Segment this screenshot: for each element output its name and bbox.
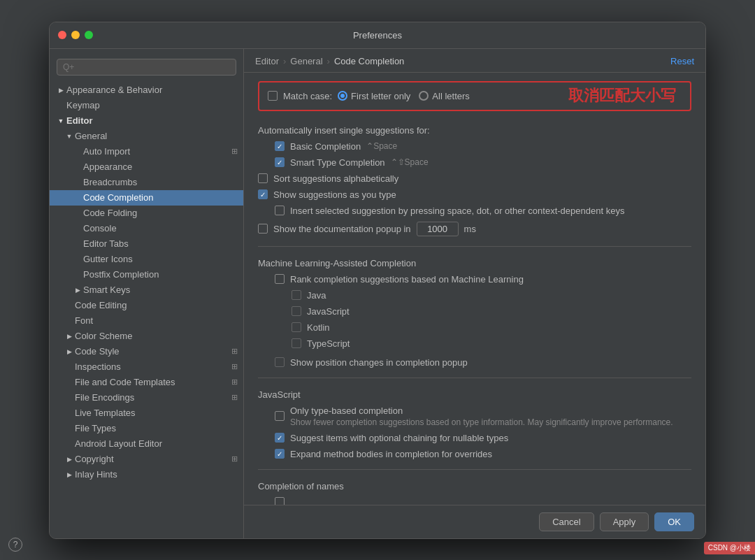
sidebar-item-appearance-behavior[interactable]: ▶ Appearance & Behavior	[50, 82, 243, 98]
spacer-icon	[64, 392, 75, 403]
show-doc-popup-row: Show the documentation popup in ms	[258, 219, 691, 239]
dialog-title: Preferences	[353, 30, 402, 41]
sidebar-item-inlay-hints[interactable]: ▶ Inlay Hints	[50, 467, 243, 482]
minimize-button[interactable]	[71, 31, 80, 39]
basic-completion-checkbox[interactable]	[275, 141, 285, 151]
sidebar-item-editor[interactable]: ▼ Editor	[50, 113, 243, 129]
sidebar-item-file-types[interactable]: File Types	[50, 421, 243, 436]
breadcrumb-part-general: General	[290, 56, 322, 66]
cancel-button[interactable]: Cancel	[539, 512, 594, 531]
radio-all-letters[interactable]: All letters	[419, 91, 469, 101]
sidebar-item-label: Breadcrumbs	[83, 177, 137, 187]
apply-button[interactable]: Apply	[600, 512, 649, 531]
sidebar-item-label: Inspections	[75, 361, 121, 372]
ml-typescript-checkbox[interactable]	[292, 338, 301, 348]
show-doc-popup-checkbox[interactable]	[258, 224, 268, 234]
js-expand-bodies-checkbox[interactable]	[275, 449, 285, 459]
main-content: ▶ Appearance & Behavior Keymap ▼ Editor …	[50, 49, 705, 538]
radio-button-first-letter[interactable]	[338, 91, 347, 101]
sidebar-item-font[interactable]: Font	[50, 313, 243, 329]
ml-javascript-checkbox[interactable]	[292, 306, 301, 316]
sidebar-item-breadcrumbs[interactable]: Breadcrumbs	[50, 175, 243, 190]
sidebar-item-label: Color Scheme	[75, 331, 132, 341]
spacer-icon	[72, 269, 83, 280]
ok-button[interactable]: OK	[654, 512, 694, 531]
sidebar-item-code-completion[interactable]: Code Completion	[50, 190, 243, 206]
sidebar-item-live-templates[interactable]: Live Templates	[50, 405, 243, 421]
settings-area: Match case: First letter only All letter…	[244, 73, 705, 505]
sidebar-item-code-folding[interactable]: Code Folding	[50, 206, 243, 221]
sidebar-item-editor-tabs[interactable]: Editor Tabs	[50, 236, 243, 252]
doc-popup-value[interactable]	[417, 222, 459, 236]
spacer-icon	[72, 238, 83, 250]
close-button[interactable]	[58, 31, 66, 39]
sidebar-item-general[interactable]: ▼ General	[50, 129, 243, 144]
smart-completion-checkbox[interactable]	[275, 157, 285, 167]
js-type-based-row: Only type-based completion Show fewer co…	[258, 403, 691, 430]
ml-javascript-label: JavaScript	[307, 306, 350, 317]
js-type-based-checkbox[interactable]	[275, 411, 285, 421]
sidebar-item-file-encodings[interactable]: File Encodings ⊞	[50, 390, 243, 405]
match-case-checkbox[interactable]	[268, 91, 278, 101]
js-type-based-sublabel: Show fewer completion suggestions based …	[290, 417, 673, 427]
sidebar-item-console[interactable]: Console	[50, 221, 243, 236]
sidebar-item-auto-import[interactable]: Auto Import ⊞	[50, 144, 243, 159]
ml-position-label: Show position changes in completion popu…	[290, 357, 468, 368]
sidebar-item-label: Smart Keys	[83, 285, 130, 295]
sort-alpha-checkbox[interactable]	[258, 173, 268, 183]
badge-icon: ⊞	[231, 393, 238, 402]
spacer-icon	[72, 208, 83, 219]
js-suggest-chaining-label: Suggest items with optional chaining for…	[290, 433, 508, 443]
sidebar-item-label: File Types	[75, 423, 116, 433]
sidebar-item-appearance[interactable]: Appearance	[50, 159, 243, 175]
sidebar-item-inspections[interactable]: Inspections ⊞	[50, 359, 243, 375]
ml-kotlin-checkbox[interactable]	[292, 322, 301, 332]
search-input[interactable]	[57, 59, 236, 76]
insert-selected-checkbox[interactable]	[275, 206, 285, 215]
right-panel: Editor › General › Code Completion Reset…	[244, 49, 705, 538]
chevron-down-icon: ▼	[64, 131, 75, 142]
ml-java-row: Java	[258, 287, 691, 303]
sidebar-item-label: Auto Import	[83, 146, 130, 157]
chevron-right-icon: ▶	[64, 454, 75, 465]
radio-button-all-letters[interactable]	[419, 91, 429, 101]
sidebar-item-android-layout-editor[interactable]: Android Layout Editor	[50, 436, 243, 452]
js-expand-bodies-label: Expand method bodies in completion for o…	[290, 449, 492, 459]
bottom-bar: Cancel Apply OK	[244, 505, 705, 538]
sidebar-item-code-style[interactable]: ▶ Code Style ⊞	[50, 344, 243, 359]
spacer-icon	[55, 100, 66, 111]
annotation-text: 取消匹配大小写	[568, 85, 676, 106]
completion-names-checkbox[interactable]	[275, 497, 285, 505]
sidebar-item-smart-keys[interactable]: ▶ Smart Keys	[50, 282, 243, 298]
reset-button[interactable]: Reset	[670, 56, 694, 66]
sidebar-item-postfix-completion[interactable]: Postfix Completion	[50, 267, 243, 282]
sidebar-item-label: Copyright	[75, 454, 114, 464]
sidebar-item-label: File Encodings	[75, 392, 134, 403]
js-section-label: JavaScript	[258, 385, 691, 403]
auto-insert-label: Automatically insert single suggestions …	[258, 120, 691, 138]
sidebar-item-keymap[interactable]: Keymap	[50, 98, 243, 113]
ml-position-checkbox[interactable]	[275, 357, 285, 367]
ml-rank-row: Rank completion suggestions based on Mac…	[258, 271, 691, 287]
sidebar-item-label: Editor	[66, 115, 93, 126]
sidebar-item-label: Code Folding	[83, 208, 137, 218]
chevron-right-icon: ▶	[64, 331, 75, 342]
radio-label-first-letter: First letter only	[351, 91, 410, 101]
js-suggest-chaining-checkbox[interactable]	[275, 433, 285, 443]
spacer-icon	[64, 361, 75, 373]
sidebar-item-file-code-templates[interactable]: File and Code Templates ⊞	[50, 375, 243, 390]
sidebar-item-label: Postfix Completion	[83, 269, 159, 280]
sidebar-item-gutter-icons[interactable]: Gutter Icons	[50, 252, 243, 267]
sidebar-item-copyright[interactable]: ▶ Copyright ⊞	[50, 452, 243, 467]
sidebar-item-code-editing[interactable]: Code Editing	[50, 298, 243, 313]
ml-java-checkbox[interactable]	[292, 290, 301, 300]
show-suggestions-checkbox[interactable]	[258, 189, 268, 199]
spacer-icon	[64, 300, 75, 311]
radio-first-letter[interactable]: First letter only	[338, 91, 410, 101]
ml-kotlin-label: Kotlin	[307, 322, 330, 333]
maximize-button[interactable]	[85, 31, 93, 39]
js-suggest-chaining-row: Suggest items with optional chaining for…	[258, 430, 691, 446]
sidebar-item-color-scheme[interactable]: ▶ Color Scheme	[50, 329, 243, 344]
js-type-based-label: Only type-based completion	[290, 405, 673, 416]
ml-rank-checkbox[interactable]	[275, 274, 285, 284]
